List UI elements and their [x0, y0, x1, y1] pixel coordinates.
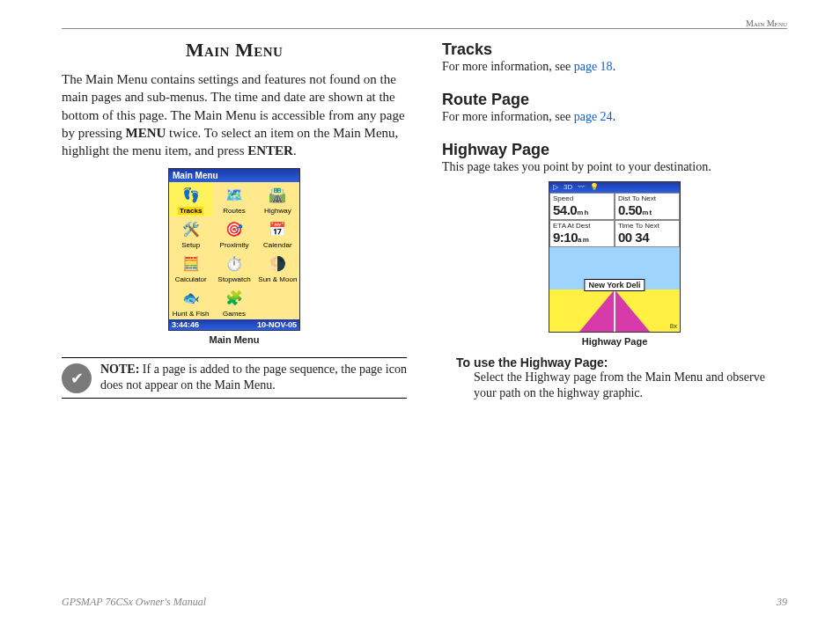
eta-value: 9:10	[553, 230, 578, 245]
right-column: Tracks For more information, see page 18…	[442, 35, 787, 402]
speed-unit: m h	[577, 209, 588, 216]
note-block: ✔ NOTE: If a page is added to the page s…	[62, 357, 407, 398]
enter-key: ENTER	[247, 143, 293, 158]
setup-label: Setup	[181, 241, 200, 249]
device-titlebar: Main Menu	[169, 169, 299, 182]
highway-caption: Highway Page	[442, 336, 787, 347]
highway-label: Highway	[264, 207, 291, 215]
calculator-label: Calculator	[175, 275, 207, 283]
main-menu-heading: Main Menu	[62, 39, 407, 62]
setup-icon: 🛠️	[179, 218, 203, 239]
highway-heading: Highway Page	[442, 141, 787, 159]
stopwatch-icon: ⏱️	[222, 253, 247, 274]
note-text: If a page is added to the page sequence,…	[100, 363, 407, 392]
destination-sign: New York Deli	[584, 279, 645, 291]
main-menu-intro: The Main Menu contains settings and feat…	[62, 70, 407, 159]
route-heading: Route Page	[442, 91, 787, 109]
stopwatch-label: Stopwatch	[217, 275, 250, 283]
note-icon: ✔	[62, 363, 92, 393]
ttn-label: Time To Next	[618, 222, 676, 230]
page-24-link[interactable]: page 24	[574, 110, 613, 123]
calendar-label: Calendar	[263, 241, 291, 249]
page-footer: GPSMAP 76CSx Owner's Manual 39	[62, 596, 787, 609]
highway-device: ▷3D〰💡 Speed54.0m h Dist To Next0.50m t E…	[549, 181, 681, 333]
device-date: 10-NOV-05	[257, 320, 297, 329]
tracks-text: For more information, see	[442, 60, 574, 73]
dist-unit: m t	[642, 209, 652, 216]
use-highway-text: Select the Highway page from the Main Me…	[474, 370, 787, 403]
dist-label: Dist To Next	[618, 194, 676, 202]
highway-graphic: New York Deli 8x	[549, 247, 680, 332]
tracks-text-end: .	[613, 60, 616, 73]
left-column: Main Menu The Main Menu contains setting…	[62, 35, 407, 402]
tracks-heading: Tracks	[442, 40, 787, 59]
proximity-icon: 🎯	[222, 218, 247, 239]
huntfish-icon: 🐟	[179, 287, 203, 308]
speed-value: 54.0	[553, 202, 577, 217]
note-label: NOTE:	[100, 363, 139, 376]
ttn-value: 00 34	[618, 230, 649, 245]
main-menu-device: Main Menu 👣Tracks 🗺️Routes 🛣️Highway 🛠️S…	[168, 168, 300, 331]
calculator-icon: 🧮	[179, 253, 203, 274]
games-icon: 🧩	[222, 287, 247, 308]
highway-text: This page takes you point by point to yo…	[442, 159, 787, 175]
hw-topbar: ▷3D〰💡	[549, 182, 680, 193]
zoom-level: 8x	[670, 322, 677, 330]
calendar-icon: 📅	[265, 218, 290, 239]
tracks-icon: 👣	[179, 184, 203, 205]
tracks-label: Tracks	[178, 207, 203, 215]
route-text-end: .	[613, 110, 616, 123]
header-rule	[62, 28, 787, 29]
device-time: 3:44:46	[172, 320, 199, 329]
use-highway-heading: To use the Highway Page:	[456, 355, 787, 370]
device-statusbar: 3:44:46 10-NOV-05	[169, 319, 299, 330]
footer-page-number: 39	[777, 596, 787, 609]
header-section-label: Main Menu	[62, 18, 787, 28]
routes-label: Routes	[223, 207, 245, 215]
games-label: Games	[223, 310, 246, 318]
intro-text-e: .	[293, 143, 297, 158]
proximity-label: Proximity	[220, 241, 249, 249]
eta-unit: a m	[578, 236, 588, 244]
eta-label: ETA At Dest	[553, 222, 611, 230]
main-menu-caption: Main Menu	[62, 334, 407, 345]
routes-icon: 🗺️	[222, 184, 247, 205]
dist-value: 0.50	[618, 202, 642, 217]
footer-manual-title: GPSMAP 76CSx Owner's Manual	[62, 596, 206, 609]
menu-key: MENU	[126, 126, 166, 140]
sunmoon-label: Sun & Moon	[258, 275, 297, 283]
speed-label: Speed	[553, 194, 611, 202]
page-18-link[interactable]: page 18	[574, 60, 613, 73]
sunmoon-icon: 🌗	[265, 253, 290, 274]
route-text: For more information, see	[442, 110, 574, 123]
highway-icon: 🛣️	[265, 184, 290, 205]
huntfish-label: Hunt & Fish	[173, 310, 210, 318]
